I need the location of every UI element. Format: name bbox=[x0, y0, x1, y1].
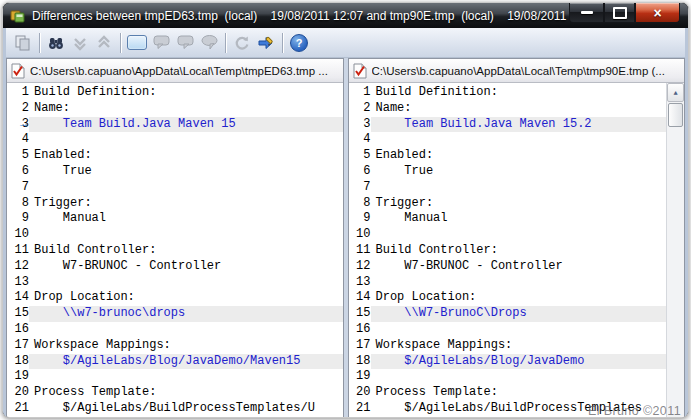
line-text: Workspace Mappings: bbox=[29, 338, 343, 354]
diff-line-text: Team Build.Java Maven 15 bbox=[29, 117, 343, 133]
line-number: 21 bbox=[7, 401, 29, 417]
code-line: 1Build Definition: bbox=[349, 85, 668, 101]
refresh-icon bbox=[233, 34, 251, 52]
line-number: 19 bbox=[349, 369, 371, 385]
code-line: 18 $/AgileLabs/Blog/JavaDemo/Maven15 bbox=[7, 354, 343, 370]
line-text: Process Template: bbox=[371, 385, 668, 401]
callout-button-1[interactable] bbox=[149, 32, 173, 54]
previous-difference-button[interactable] bbox=[92, 32, 116, 54]
callout-button-3[interactable] bbox=[197, 32, 221, 54]
find-button[interactable] bbox=[44, 32, 68, 54]
code-line: 8Trigger: bbox=[349, 196, 668, 212]
right-file-path: C:\Users\b.capuano\AppData\Local\Temp\tm… bbox=[372, 65, 665, 77]
left-file-path: C:\Users\b.capuano\AppData\Local\Temp\tm… bbox=[30, 65, 328, 77]
diff-panes: C:\Users\b.capuano\AppData\Local\Temp\tm… bbox=[6, 58, 685, 417]
line-text: Drop Location: bbox=[371, 290, 668, 306]
code-line: 2Name: bbox=[349, 101, 668, 117]
diff-line-text: \\w7-brunoc\drops bbox=[29, 306, 343, 322]
close-button[interactable]: × bbox=[635, 3, 680, 23]
line-text: Enabled: bbox=[29, 148, 343, 164]
refresh-button[interactable] bbox=[230, 32, 254, 54]
line-number: 21 bbox=[349, 401, 371, 417]
code-line: 7 bbox=[7, 180, 343, 196]
line-text: Manual bbox=[29, 211, 343, 227]
diff-line-text: Team Build.Java Maven 15.2 bbox=[371, 117, 668, 133]
line-text: Name: bbox=[371, 101, 668, 117]
line-text bbox=[29, 275, 343, 291]
code-line: 20Process Template: bbox=[7, 385, 343, 401]
line-number: 5 bbox=[7, 148, 29, 164]
app-icon bbox=[10, 8, 25, 23]
copy-icon bbox=[14, 34, 32, 52]
help-button[interactable]: ? bbox=[287, 32, 311, 54]
left-file-header: C:\Users\b.capuano\AppData\Local\Temp\tm… bbox=[7, 59, 343, 83]
line-text: Manual bbox=[371, 211, 668, 227]
line-number: 17 bbox=[349, 338, 371, 354]
line-text: Build Definition: bbox=[29, 85, 343, 101]
scroll-up-button[interactable]: ▲ bbox=[667, 83, 684, 102]
line-number: 13 bbox=[7, 275, 29, 291]
next-difference-button[interactable] bbox=[68, 32, 92, 54]
line-text: Name: bbox=[29, 101, 343, 117]
line-text: Drop Location: bbox=[29, 290, 343, 306]
line-number: 4 bbox=[7, 132, 29, 148]
line-number: 20 bbox=[349, 385, 371, 401]
maximize-button[interactable] bbox=[604, 3, 635, 23]
code-line: 17Workspace Mappings: bbox=[349, 338, 668, 354]
two-pane-view-icon bbox=[127, 35, 147, 50]
line-number: 12 bbox=[7, 259, 29, 275]
diff-line-text: $/AgileLabs/Blog/JavaDemo/Maven15 bbox=[29, 354, 343, 370]
code-line: 4 bbox=[349, 132, 668, 148]
help-icon: ? bbox=[290, 34, 308, 52]
callout-button-2[interactable] bbox=[173, 32, 197, 54]
line-text: Process Template: bbox=[29, 385, 343, 401]
code-line: 5Enabled: bbox=[7, 148, 343, 164]
toolbar-separator bbox=[39, 33, 40, 53]
vertical-scrollbar[interactable]: ▲ bbox=[666, 83, 684, 417]
copy-button[interactable] bbox=[11, 32, 35, 54]
code-line: 16 bbox=[7, 322, 343, 338]
line-text: $/AgileLabs/BuildProcessTemplates bbox=[371, 401, 668, 417]
line-number: 16 bbox=[349, 322, 371, 338]
line-number: 7 bbox=[7, 180, 29, 196]
scrollbar-thumb[interactable] bbox=[668, 103, 683, 127]
line-number: 4 bbox=[349, 132, 371, 148]
line-text bbox=[29, 369, 343, 385]
line-number: 14 bbox=[349, 290, 371, 306]
line-text: Workspace Mappings: bbox=[371, 338, 668, 354]
line-number: 10 bbox=[7, 227, 29, 243]
code-line: 21 $/AgileLabs/BuildProcessTemplates bbox=[349, 401, 668, 417]
compare-edit-button[interactable] bbox=[254, 32, 278, 54]
previous-difference-icon bbox=[95, 34, 113, 52]
code-line: 6 True bbox=[7, 164, 343, 180]
code-line: 14Drop Location: bbox=[7, 290, 343, 306]
current-diff-arrow-icon: → bbox=[20, 117, 27, 133]
code-line: 19 bbox=[349, 369, 668, 385]
line-text: W7-BRUNOC - Controller bbox=[29, 259, 343, 275]
code-line: 11Build Controller: bbox=[349, 243, 668, 259]
line-number: 6 bbox=[349, 164, 371, 180]
diff-line-text: $/AgileLabs/Blog/JavaDemo bbox=[371, 354, 668, 370]
line-text: True bbox=[371, 164, 668, 180]
code-line: 4 bbox=[7, 132, 343, 148]
left-pane-content[interactable]: 1Build Definition:2Name:3→ Team Build.Ja… bbox=[7, 83, 343, 417]
right-pane: C:\Users\b.capuano\AppData\Local\Temp\tm… bbox=[348, 58, 686, 417]
diff-tool-window: Differences between tmpED63.tmp (local) … bbox=[2, 2, 689, 418]
code-line: 15 \\w7-brunoc\drops bbox=[7, 306, 343, 322]
code-line: 3→ Team Build.Java Maven 15 bbox=[7, 117, 343, 133]
line-text bbox=[371, 227, 668, 243]
line-number: 13 bbox=[349, 275, 371, 291]
line-number: 8 bbox=[349, 196, 371, 212]
line-number: 16 bbox=[7, 322, 29, 338]
line-number: 11 bbox=[7, 243, 29, 259]
minimize-button[interactable] bbox=[569, 3, 604, 23]
code-line: 16 bbox=[349, 322, 668, 338]
code-line: 1Build Definition: bbox=[7, 85, 343, 101]
two-pane-view-button[interactable] bbox=[125, 32, 149, 54]
line-text bbox=[371, 322, 668, 338]
code-line: 14Drop Location: bbox=[349, 290, 668, 306]
line-text: True bbox=[29, 164, 343, 180]
file-check-icon bbox=[353, 63, 367, 79]
line-text bbox=[371, 132, 668, 148]
right-pane-content[interactable]: 1Build Definition:2Name:3 Team Build.Jav… bbox=[349, 83, 685, 417]
